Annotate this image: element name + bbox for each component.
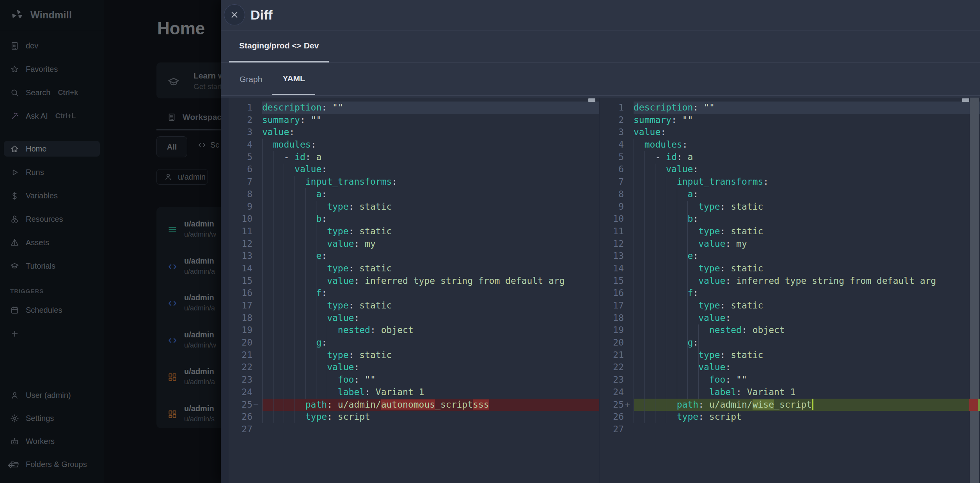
line-number: 2 <box>600 114 624 127</box>
diff-pane-original[interactable]: 1description: ""2summary: ""3value:4modu… <box>229 98 599 483</box>
line-number: 25 <box>600 399 624 411</box>
line-number: 9 <box>229 201 252 213</box>
line-number: 5 <box>600 151 624 164</box>
close-button[interactable] <box>224 4 245 25</box>
diff-sign: − <box>253 399 262 411</box>
editor-scrollbar-slider[interactable] <box>962 98 969 102</box>
diff-sign: + <box>625 399 633 411</box>
code-line-13: 13e: <box>229 250 599 262</box>
view-tabs-row: Graph YAML <box>221 63 980 96</box>
code-line-25: 25−path: u/admin/autonomous_scriptsss <box>229 399 599 411</box>
code-line-21: 21type: static <box>229 349 599 362</box>
line-number: 15 <box>600 275 624 287</box>
code-line-13: 13e: <box>600 250 980 262</box>
code-line-1: 1description: "" <box>600 102 980 114</box>
line-number: 23 <box>600 374 624 386</box>
editor-scrollbar-slider[interactable] <box>588 98 595 102</box>
code-line-4: 4modules: <box>600 139 980 151</box>
code-line-26: 26type: script <box>229 411 599 423</box>
line-number: 8 <box>600 188 624 201</box>
code-line-4: 4modules: <box>229 139 599 151</box>
code-line-2: 2summary: "" <box>600 114 980 127</box>
code-line-20: 20g: <box>229 337 599 349</box>
code-line-25: 25+path: u/admin/wise_script <box>600 399 980 411</box>
line-number: 14 <box>600 262 624 275</box>
line-number: 10 <box>600 213 624 225</box>
line-number: 4 <box>600 139 624 151</box>
line-number: 15 <box>229 275 252 287</box>
line-number: 21 <box>229 349 252 362</box>
line-number: 16 <box>229 287 252 299</box>
code-line-16: 16f: <box>229 287 599 299</box>
drawer-scrollbar[interactable] <box>970 98 979 483</box>
line-number: 18 <box>600 312 624 324</box>
line-number: 13 <box>229 250 252 262</box>
code-line-21: 21type: static <box>600 349 980 362</box>
modal-backdrop[interactable] <box>0 0 221 483</box>
line-number: 13 <box>600 250 624 262</box>
line-number: 1 <box>229 102 252 114</box>
code-line-10: 10b: <box>229 213 599 225</box>
code-line-9: 9type: static <box>600 201 980 213</box>
code-line-20: 20g: <box>600 337 980 349</box>
line-number: 12 <box>600 238 624 250</box>
code-line-5: 5- id: a <box>600 151 980 164</box>
line-number: 6 <box>229 163 252 176</box>
drawer-header: Diff <box>221 0 980 30</box>
diff-tabs-row: Staging/prod <> Dev <box>221 30 980 63</box>
line-number: 22 <box>600 361 624 374</box>
code-line-17: 17type: static <box>600 299 980 312</box>
code-line-12: 12value: my <box>600 238 980 250</box>
code-line-12: 12value: my <box>229 238 599 250</box>
code-line-17: 17type: static <box>229 299 599 312</box>
line-number: 16 <box>600 287 624 299</box>
line-number: 17 <box>600 299 624 312</box>
code-line-22: 22value: <box>229 361 599 374</box>
line-number: 5 <box>229 151 252 164</box>
line-number: 1 <box>600 102 624 114</box>
code-line-15: 15value: inferred type string from defau… <box>600 275 980 287</box>
diff-pane-modified[interactable]: 1description: ""2summary: ""3value:4modu… <box>600 98 980 483</box>
line-number: 19 <box>229 324 252 337</box>
line-number: 17 <box>229 299 252 312</box>
line-number: 12 <box>229 238 252 250</box>
code-line-10: 10b: <box>600 213 980 225</box>
code-line-27: 27 <box>600 423 980 436</box>
code-line-14: 14type: static <box>229 262 599 275</box>
code-line-8: 8a: <box>229 188 599 201</box>
line-number: 8 <box>229 188 252 201</box>
code-line-18: 18value: <box>229 312 599 324</box>
overview-ruler-inserted-mark <box>978 399 980 411</box>
tab-staging-prod-dev[interactable]: Staging/prod <> Dev <box>229 30 329 62</box>
line-number: 7 <box>600 176 624 188</box>
code-line-3: 3value: <box>229 126 599 139</box>
windmill-app: Windmill devFavoritesSearchCtrl+kAsk AIC… <box>0 0 980 483</box>
overview-ruler-deleted-mark <box>969 399 978 411</box>
diff-drawer: Diff Staging/prod <> Dev Graph YAML 1des… <box>221 0 980 483</box>
close-icon <box>230 11 239 19</box>
code-line-19: 19nested: object <box>229 324 599 337</box>
line-number: 27 <box>229 423 252 436</box>
line-number: 7 <box>229 176 252 188</box>
code-line-1: 1description: "" <box>229 102 599 114</box>
line-number: 9 <box>600 201 624 213</box>
code-line-2: 2summary: "" <box>229 114 599 127</box>
line-number: 2 <box>229 114 252 127</box>
drawer-title: Diff <box>250 0 273 30</box>
line-number: 22 <box>229 361 252 374</box>
line-number: 21 <box>600 349 624 362</box>
tab-graph[interactable]: Graph <box>229 63 272 95</box>
code-line-11: 11type: static <box>229 225 599 238</box>
line-number: 10 <box>229 213 252 225</box>
line-number: 26 <box>600 411 624 423</box>
tab-yaml[interactable]: YAML <box>272 63 315 95</box>
line-number: 3 <box>229 126 252 139</box>
code-line-19: 19nested: object <box>600 324 980 337</box>
line-number: 23 <box>229 374 252 386</box>
code-line-9: 9type: static <box>229 201 599 213</box>
line-number: 19 <box>600 324 624 337</box>
code-line-24: 24label: Variant 1 <box>600 386 980 399</box>
code-line-6: 6value: <box>229 163 599 176</box>
line-number: 14 <box>229 262 252 275</box>
line-number: 6 <box>600 163 624 176</box>
